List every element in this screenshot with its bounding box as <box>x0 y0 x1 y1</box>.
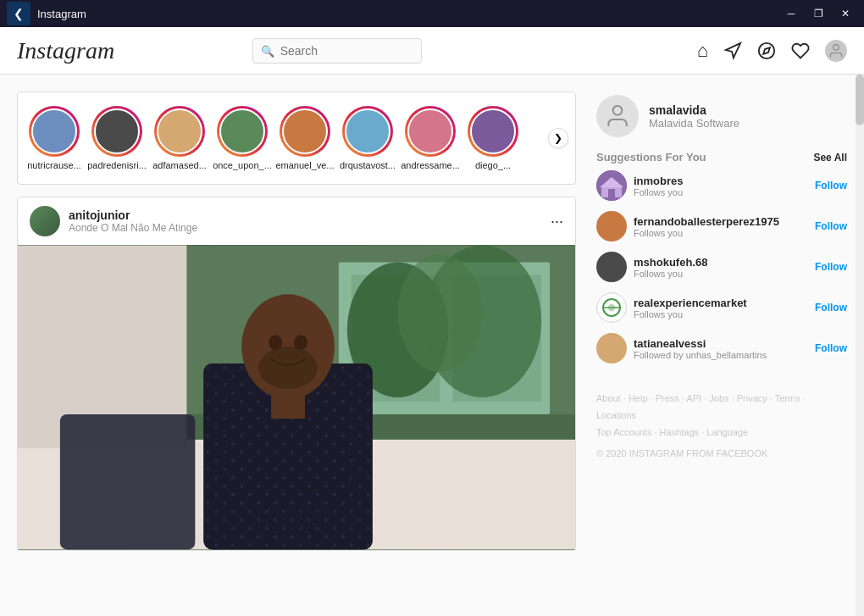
search-icon: 🔍 <box>261 44 274 57</box>
back-button[interactable]: ❮ <box>7 2 30 25</box>
sidebar-avatar[interactable] <box>596 95 639 137</box>
suggestions-header: Suggestions For You See All <box>596 151 847 164</box>
story-avatar-ring <box>342 106 393 157</box>
story-avatar-ring <box>91 106 142 157</box>
see-all-button[interactable]: See All <box>813 152 847 164</box>
post-image <box>18 245 575 550</box>
story-avatar-ring <box>405 106 456 157</box>
sidebar-username[interactable]: smalavida <box>649 103 739 117</box>
search-input[interactable] <box>252 38 422 64</box>
post-username[interactable]: anitojunior <box>69 208 542 222</box>
story-username: once_upon_... <box>213 160 272 170</box>
post-more-button[interactable]: ··· <box>551 213 563 230</box>
svg-point-25 <box>613 106 623 115</box>
profile-avatar[interactable] <box>825 40 847 62</box>
feed-area: nutricrause... padredenisri... adfamased… <box>17 92 576 599</box>
follow-button-tatiane[interactable]: Follow <box>815 342 847 354</box>
close-icon: ✕ <box>841 8 850 19</box>
suggestion-sub: Follows you <box>634 187 808 197</box>
story-item[interactable]: adfamased... <box>150 106 209 170</box>
story-username: andressame... <box>401 160 460 170</box>
scrollbar-thumb[interactable] <box>856 75 864 125</box>
maximize-button[interactable]: ❐ <box>806 2 830 25</box>
suggestion-username[interactable]: mshokufeh.68 <box>634 256 808 269</box>
send-icon[interactable] <box>723 42 742 60</box>
suggestion-username[interactable]: inmobres <box>634 175 808 187</box>
scrollbar-track <box>856 75 864 616</box>
follow-button-mshokufeh[interactable]: Follow <box>815 261 847 273</box>
follow-button-realex[interactable]: Follow <box>815 302 847 314</box>
story-avatar <box>407 108 453 154</box>
window-controls: ─ ❐ ✕ <box>779 2 857 25</box>
svg-point-3 <box>834 44 839 50</box>
suggestion-avatar[interactable] <box>596 170 627 201</box>
close-button[interactable]: ✕ <box>834 2 857 25</box>
suggestion-username[interactable]: fernandoballesterperez1975 <box>634 215 808 228</box>
story-username: nutricrause... <box>27 160 81 170</box>
suggestion-avatar[interactable] <box>596 211 627 241</box>
heart-icon[interactable] <box>791 42 810 60</box>
post-container: anitojunior Aonde O Mal Não Me Atinge ··… <box>17 197 576 551</box>
suggestion-sub: Follows you <box>634 309 808 319</box>
suggestion-item-mshokufeh: mshokufeh.68 Follows you Follow <box>596 252 847 282</box>
suggestions-title: Suggestions For You <box>596 151 706 164</box>
svg-marker-0 <box>726 42 740 57</box>
story-avatar <box>219 108 265 154</box>
follow-button-inmobres[interactable]: Follow <box>815 180 847 191</box>
story-item[interactable]: padredenisri... <box>87 106 147 170</box>
suggestion-sub: Follows you <box>634 269 808 279</box>
home-icon[interactable]: ⌂ <box>697 40 708 62</box>
svg-point-1 <box>759 42 774 58</box>
suggestion-avatar[interactable] <box>596 252 627 282</box>
story-username: padredenisri... <box>87 160 147 170</box>
sidebar-displayname: Malavida Software <box>649 117 739 130</box>
story-avatar <box>157 108 202 154</box>
suggestion-avatar[interactable] <box>596 333 627 363</box>
story-avatar <box>345 108 390 154</box>
post-user-info: anitojunior Aonde O Mal Não Me Atinge <box>69 208 542 234</box>
post-avatar[interactable] <box>30 206 60 236</box>
follow-button-fernando[interactable]: Follow <box>815 220 847 232</box>
suggestion-item-fernando: fernandoballesterperez1975 Follows you F… <box>596 211 847 241</box>
suggestion-item-realex: realexperiencemarket Follows you Follow <box>596 292 847 323</box>
story-item[interactable]: once_upon_... <box>213 106 272 170</box>
svg-rect-21 <box>60 414 196 550</box>
story-avatar <box>470 108 516 154</box>
nav-icons: ⌂ <box>697 40 847 62</box>
suggestion-username[interactable]: tatianealvessi <box>634 337 808 350</box>
sidebar-profile: smalavida Malavida Software <box>596 92 847 141</box>
story-avatar-ring <box>280 106 330 157</box>
story-username: adfamased... <box>152 160 207 170</box>
story-avatar-ring <box>29 106 80 157</box>
story-avatar-ring <box>468 106 518 157</box>
footer-links: About · Help · Press · API · Jobs · Priv… <box>596 391 847 463</box>
story-avatar <box>282 108 328 154</box>
story-item[interactable]: nutricrause... <box>25 106 84 170</box>
story-item[interactable]: andressame... <box>401 106 460 170</box>
explore-icon[interactable] <box>757 42 776 60</box>
suggestion-avatar[interactable] <box>596 292 627 323</box>
story-avatar-ring <box>217 106 268 157</box>
suggestion-info: inmobres Follows you <box>634 175 808 197</box>
footer-link-row-2: Top Accounts · Hashtags · Language <box>596 425 847 441</box>
svg-marker-2 <box>763 47 770 54</box>
sidebar: smalavida Malavida Software Suggestions … <box>596 92 847 599</box>
stories-next-button[interactable]: ❯ <box>548 128 568 148</box>
story-item[interactable]: emanuel_ve... <box>275 106 335 170</box>
suggestion-username[interactable]: realexperiencemarket <box>634 297 808 309</box>
top-navigation: Instagram 🔍 ⌂ <box>0 27 864 75</box>
suggestion-sub: Followed by unhas_bellamartins <box>634 350 808 360</box>
suggestion-info: mshokufeh.68 Follows you <box>634 256 808 279</box>
story-item[interactable]: diego_... <box>463 106 523 170</box>
footer-link-row-1: About · Help · Press · API · Jobs · Priv… <box>596 391 847 425</box>
footer-copyright: © 2020 INSTAGRAM FROM FACEBOOK <box>596 446 847 463</box>
svg-rect-29 <box>608 189 615 197</box>
story-item[interactable]: drqustavost... <box>338 106 397 170</box>
story-avatar <box>94 108 140 154</box>
back-icon: ❮ <box>14 7 24 20</box>
suggestions-section: Suggestions For You See All inmobres Fol… <box>596 151 847 374</box>
story-username: drqustavost... <box>340 160 396 170</box>
minimize-button[interactable]: ─ <box>779 2 803 25</box>
story-avatar <box>31 108 77 154</box>
window-title: Instagram <box>37 8 779 20</box>
